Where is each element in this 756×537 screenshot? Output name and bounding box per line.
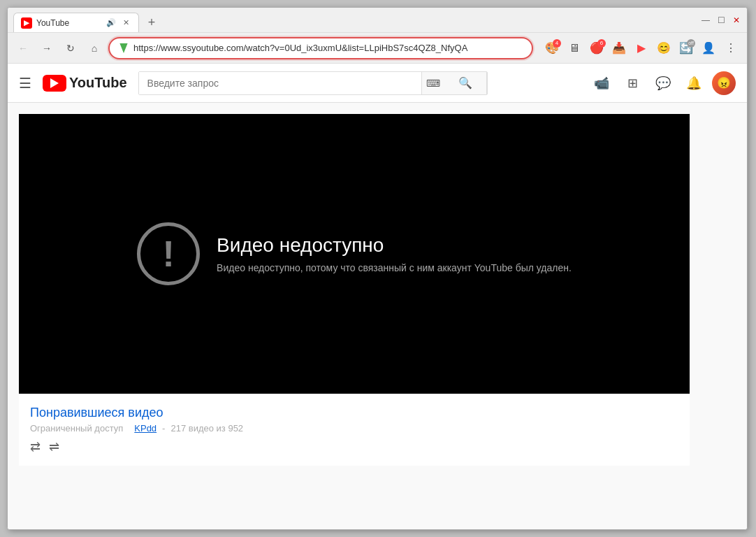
- url-favicon-icon: [118, 43, 129, 54]
- titlebar: ▶ YouTube 🔊 ✕ + — ☐ ✕: [8, 8, 747, 33]
- messages-button[interactable]: 💬: [650, 71, 676, 96]
- youtube-menu-icon[interactable]: ☰: [19, 75, 31, 92]
- playlist-separator2: -: [162, 423, 165, 434]
- search-button[interactable]: 🔍: [445, 71, 487, 95]
- addressbar: ← → ↻ ⌂ 🎨 4 🖥 🔴 6 📥: [8, 33, 747, 64]
- back-button[interactable]: ←: [13, 38, 33, 58]
- browser-window: ▶ YouTube 🔊 ✕ + — ☐ ✕ ← → ↻ ⌂ 🎨: [7, 7, 748, 530]
- playlist-count: 217 видео из 952: [170, 423, 243, 434]
- restore-button[interactable]: ☐: [716, 15, 726, 25]
- tab-title: YouTube: [36, 18, 102, 28]
- tab-favicon-icon: ▶: [21, 17, 32, 29]
- forward-button[interactable]: →: [37, 38, 57, 58]
- shuffle-icon[interactable]: ⇌: [49, 439, 59, 454]
- below-video-info: Понравившиеся видео Ограниченный доступ …: [19, 394, 690, 466]
- playlist-actions: ⇄ ⇌: [30, 439, 678, 454]
- page-body: ! Видео недоступно Видео недоступно, пот…: [8, 103, 720, 477]
- extension-5-button[interactable]: ▶: [631, 38, 652, 59]
- video-player: ! Видео недоступно Видео недоступно, пот…: [19, 114, 690, 394]
- browser-extensions: 🎨 4 🖥 🔴 6 📥 ▶ 😊 🔄 off: [541, 38, 741, 59]
- chrome-menu-button[interactable]: ⋮: [720, 38, 741, 59]
- extension-1-button[interactable]: 🎨 4: [541, 38, 562, 59]
- notifications-button[interactable]: 🔔: [681, 71, 706, 96]
- profile-button[interactable]: 👤: [698, 38, 719, 59]
- video-unavailable-title: Видео недоступно: [217, 234, 572, 257]
- youtube-header: ☰ YouTube ⌨ 🔍 📹 ⊞ 💬 🔔 😠: [8, 64, 747, 103]
- extension-3-button[interactable]: 🔴 6: [586, 38, 607, 59]
- avatar[interactable]: 😠: [712, 71, 736, 95]
- reload-button[interactable]: ↻: [61, 38, 80, 58]
- new-tab-button[interactable]: +: [142, 13, 161, 32]
- video-unavailable-text: Видео недоступно Видео недоступно, потом…: [217, 234, 572, 273]
- minimize-button[interactable]: —: [701, 15, 711, 25]
- youtube-logo-icon: [43, 75, 66, 92]
- video-unavailable-desc: Видео недоступно, потому что связанный с…: [217, 262, 572, 273]
- playlist-title[interactable]: Понравившиеся видео: [30, 406, 163, 420]
- tab-area: ▶ YouTube 🔊 ✕ +: [13, 8, 701, 32]
- youtube-logo-text: YouTube: [69, 75, 127, 91]
- tab-sound-icon: 🔊: [106, 18, 116, 27]
- apps-button[interactable]: ⊞: [620, 71, 645, 96]
- close-button[interactable]: ✕: [732, 15, 741, 25]
- browser-tab[interactable]: ▶ YouTube 🔊 ✕: [13, 13, 139, 32]
- youtube-logo[interactable]: YouTube: [43, 75, 127, 92]
- url-bar: [108, 37, 533, 59]
- youtube-header-actions: 📹 ⊞ 💬 🔔 😠: [589, 71, 736, 96]
- playlist-meta: Ограниченный доступ KPdd - 217 видео из …: [30, 423, 678, 434]
- video-unavailable-container: ! Видео недоступно Видео недоступно, пот…: [137, 222, 572, 285]
- playlist-author[interactable]: KPdd: [134, 423, 157, 434]
- extension-4-button[interactable]: 📥: [609, 38, 630, 59]
- extension-6-button[interactable]: 😊: [653, 38, 674, 59]
- loop-icon[interactable]: ⇄: [30, 439, 41, 454]
- url-input[interactable]: [133, 43, 523, 53]
- main-content[interactable]: ! Видео недоступно Видео недоступно, пот…: [8, 103, 747, 529]
- tab-close-button[interactable]: ✕: [120, 17, 131, 29]
- youtube-search-input[interactable]: [139, 72, 421, 94]
- video-unavailable-icon: !: [137, 222, 200, 285]
- home-button[interactable]: ⌂: [85, 38, 104, 58]
- create-video-button[interactable]: 📹: [589, 71, 614, 96]
- window-controls: — ☐ ✕: [701, 15, 741, 25]
- extension-2-button[interactable]: 🖥: [564, 38, 585, 59]
- extension-7-button[interactable]: 🔄 off: [676, 38, 697, 59]
- playlist-access-label: Ограниченный доступ: [30, 423, 123, 434]
- keyboard-button[interactable]: ⌨: [421, 72, 445, 94]
- youtube-search-bar: ⌨ 🔍: [138, 71, 488, 95]
